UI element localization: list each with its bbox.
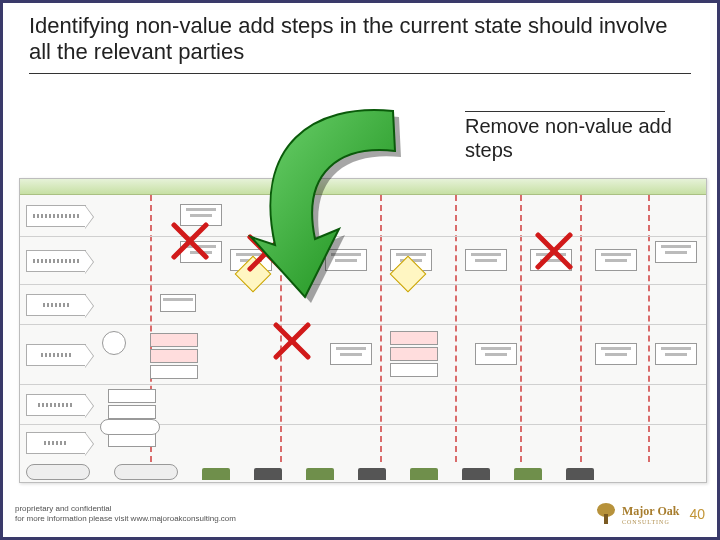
process-box bbox=[655, 241, 697, 263]
list-item bbox=[150, 349, 198, 363]
list-item bbox=[108, 389, 156, 403]
process-box bbox=[160, 294, 196, 312]
tab-segment bbox=[358, 468, 386, 480]
lane-row bbox=[20, 325, 706, 385]
slide-footer: proprietary and confidential for more in… bbox=[3, 493, 717, 537]
process-box bbox=[475, 343, 517, 365]
logo-text: Major Oak bbox=[622, 504, 679, 519]
logo-subtext: CONSULTING bbox=[622, 519, 679, 525]
slide-frame: Identifying non-value add steps in the c… bbox=[0, 0, 720, 540]
process-box bbox=[180, 241, 222, 263]
footer-line-2: for more information please visit www.ma… bbox=[15, 514, 236, 524]
pill-node bbox=[26, 464, 90, 480]
circle-node bbox=[102, 331, 126, 355]
process-box bbox=[330, 343, 372, 365]
oak-tree-icon bbox=[595, 502, 617, 526]
list-item bbox=[150, 333, 198, 347]
svg-rect-1 bbox=[604, 514, 608, 524]
lane-label bbox=[26, 205, 86, 227]
list-item bbox=[108, 433, 156, 447]
list-item bbox=[390, 363, 438, 377]
lane-label bbox=[26, 294, 86, 316]
tab-segment bbox=[410, 468, 438, 480]
timeline-tabs bbox=[26, 464, 646, 480]
lane-label bbox=[26, 250, 86, 272]
slide-title: Identifying non-value add steps in the c… bbox=[29, 13, 691, 65]
process-box bbox=[530, 249, 572, 271]
callout-rule bbox=[465, 111, 665, 112]
list-item bbox=[390, 347, 438, 361]
tab-segment bbox=[566, 468, 594, 480]
arrow-icon bbox=[223, 105, 443, 305]
pill-node bbox=[100, 419, 160, 435]
lane-label bbox=[26, 344, 86, 366]
tab-segment bbox=[462, 468, 490, 480]
list-item bbox=[108, 405, 156, 419]
process-box bbox=[595, 343, 637, 365]
title-block: Identifying non-value add steps in the c… bbox=[3, 3, 717, 71]
process-box bbox=[465, 249, 507, 271]
tab-segment bbox=[306, 468, 334, 480]
company-logo: Major Oak CONSULTING bbox=[595, 502, 679, 526]
lane-row bbox=[20, 425, 706, 461]
tab-segment bbox=[254, 468, 282, 480]
callout-text: Remove non-value add steps bbox=[465, 114, 675, 162]
footer-disclaimer: proprietary and confidential for more in… bbox=[15, 504, 236, 523]
footer-line-1: proprietary and confidential bbox=[15, 504, 236, 514]
process-box bbox=[595, 249, 637, 271]
page-number: 40 bbox=[689, 506, 705, 522]
tab-segment bbox=[514, 468, 542, 480]
tab-segment bbox=[202, 468, 230, 480]
list-item bbox=[390, 331, 438, 345]
lane-label bbox=[26, 432, 86, 454]
process-box bbox=[180, 204, 222, 226]
process-box bbox=[655, 343, 697, 365]
lane-label bbox=[26, 394, 86, 416]
callout-block: Remove non-value add steps bbox=[465, 111, 675, 162]
list-item bbox=[150, 365, 198, 379]
title-underline bbox=[29, 73, 691, 74]
pill-node bbox=[114, 464, 178, 480]
footer-right: Major Oak CONSULTING 40 bbox=[595, 502, 705, 526]
